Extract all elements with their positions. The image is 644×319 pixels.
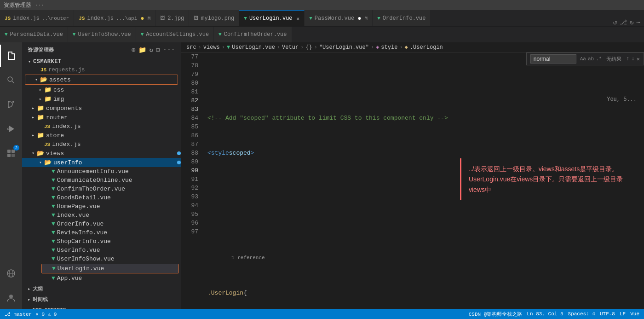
find-regex-icon[interactable]: .* xyxy=(596,56,602,62)
tab2-userinfo[interactable]: ▼ UserInfoShow.vue xyxy=(68,26,136,42)
tab-sublabel: ..\router xyxy=(42,16,69,21)
tab-index-router[interactable]: JS index.js ..\router xyxy=(0,10,74,26)
sidebar-item-orderinfo[interactable]: ▼ OrderInfo.vue xyxy=(22,220,181,228)
sidebar-item-homepage[interactable]: ▼ HomePage.vue xyxy=(22,202,181,211)
errors-count[interactable]: ✕ 0 ⚠ 0 xyxy=(35,311,57,317)
bc-src[interactable]: src xyxy=(186,44,196,51)
sidebar-item-userinfo[interactable]: ▾ 📂 userInfo xyxy=(22,158,181,167)
folder-icon: 📂 xyxy=(44,159,52,166)
tab-2jpg[interactable]: 🖼 2.jpg xyxy=(155,10,189,26)
status-language[interactable]: Vue xyxy=(630,311,639,317)
js-file-icon: JS xyxy=(44,124,50,129)
activity-git[interactable] xyxy=(0,93,22,116)
activity-extensions[interactable]: 2 xyxy=(0,142,22,164)
bc-name[interactable]: "UserLogin.vue" xyxy=(319,44,369,51)
tab-userlogin[interactable]: ▼ UserLogin.vue ✕ xyxy=(239,10,305,26)
sidebar-item-img[interactable]: ▸ 📁 img xyxy=(22,94,181,104)
code-line-82: .UserLogin { xyxy=(207,289,644,297)
sidebar-item-indexvue[interactable]: ▼ index.vue xyxy=(22,211,181,220)
sidebar-item-communicate[interactable]: ▼ CommunicateOnline.vue xyxy=(22,176,181,185)
sidebar-item-userinfoshow[interactable]: ▼ UserInfoShow.vue xyxy=(22,255,181,263)
vue-icon: ▼ xyxy=(244,16,247,21)
sidebar-item-store[interactable]: ▸ 📁 store xyxy=(22,131,181,140)
sidebar-item-shopcar[interactable]: ▼ ShopCarInfo.vue xyxy=(22,237,181,246)
sidebar-item-userinfovue[interactable]: ▼ UserInfo.vue xyxy=(22,246,181,255)
sidebar-item-assets[interactable]: ▾ 📂 assets xyxy=(25,75,178,85)
collapse-icon[interactable]: ⊟ xyxy=(156,46,160,54)
svg-rect-3 xyxy=(14,53,15,60)
tab-password[interactable]: ▼ PassWord.vue ● M xyxy=(305,10,373,26)
file-label: UserLogin.vue xyxy=(58,265,178,272)
code-line-78: <!-- Add "scoped" attribute to limit CSS… xyxy=(207,114,644,122)
sidebar-item-reviewinfo[interactable]: ▼ ReviewInfo.vue xyxy=(22,228,181,237)
sidebar-item-store-index[interactable]: JS index.js xyxy=(22,140,181,149)
find-input[interactable] xyxy=(530,54,576,64)
tab2-account[interactable]: ▼ AccountSettings.vue xyxy=(136,26,214,42)
sidebar-item-router-index[interactable]: JS index.js xyxy=(22,122,181,131)
activity-account[interactable] xyxy=(0,287,22,309)
tab-mylogo[interactable]: 🖼 mylogo.png xyxy=(189,10,239,26)
bc-obj[interactable]: {} xyxy=(305,44,312,51)
tab-close[interactable]: ✕ xyxy=(297,16,300,22)
sidebar-item-announcement[interactable]: ▼ AnnouncementInfo.vue xyxy=(22,167,181,176)
bc-file[interactable]: UserLogin.vue xyxy=(232,44,275,51)
title-bar-dots[interactable]: ··· xyxy=(35,2,44,8)
bc-style[interactable]: style xyxy=(381,44,397,51)
refresh-icon[interactable]: ↻ xyxy=(149,46,153,54)
branch-icon[interactable]: ⎇ xyxy=(620,18,627,26)
svg-rect-5 xyxy=(12,53,15,54)
sidebar-item-router[interactable]: ▸ 📁 router xyxy=(22,113,181,122)
tab2-confirm[interactable]: ▼ ConfirmTheOrder.vue xyxy=(214,26,292,42)
more-actions[interactable]: ⋯ xyxy=(637,18,640,26)
sidebar-item-views[interactable]: ▾ 📂 views xyxy=(22,149,181,158)
activity-remote[interactable] xyxy=(0,262,22,284)
status-encoding[interactable]: UTF-8 xyxy=(600,311,615,317)
sidebar-section-timeline[interactable]: ▸ 时间线 xyxy=(22,293,181,304)
outline-label: 大纲 xyxy=(33,285,43,292)
tab2-personal[interactable]: ▼ PersonalData.vue xyxy=(0,26,68,42)
sidebar-root[interactable]: ▾ CSMARKET xyxy=(22,58,181,66)
sidebar-item-requests[interactable]: JS requests.js xyxy=(22,66,181,74)
bc-sep: › xyxy=(399,44,402,51)
sidebar-item-css[interactable]: ▸ 📁 css xyxy=(22,85,181,94)
svg-point-21 xyxy=(9,295,13,298)
status-spaces[interactable]: Spaces: 4 xyxy=(568,311,595,317)
find-close-icon[interactable]: ✕ xyxy=(637,56,640,63)
find-case-icon[interactable]: Aa xyxy=(580,56,586,62)
undo-button[interactable]: ↺ xyxy=(613,18,617,26)
find-word-icon[interactable]: ab xyxy=(588,56,594,62)
bc-vetur[interactable]: Vetur xyxy=(282,44,299,51)
sidebar-item-goodsdetail[interactable]: ▼ GoodsDetail.vue xyxy=(22,193,181,202)
title-bar-text: 资源管理器 xyxy=(4,1,31,9)
modified-dot xyxy=(177,161,181,164)
tab-mark: M xyxy=(148,16,151,21)
activity-files[interactable] xyxy=(0,45,22,67)
new-file-icon[interactable]: ⊕ xyxy=(132,46,136,54)
status-ln-col[interactable]: Ln 83, Col 5 xyxy=(527,311,563,317)
activity-search[interactable] xyxy=(0,69,22,91)
annotation-text: ../表示返回上一级目录。views和assets是平级目录。UserLogin… xyxy=(469,165,623,193)
sidebar-item-appvue[interactable]: ▼ App.vue xyxy=(22,274,181,283)
bc-selector[interactable]: .UserLogin xyxy=(410,44,443,51)
bc-views[interactable]: views xyxy=(203,44,220,51)
sidebar-section-npm[interactable]: ▾ NPM SCRIPTS xyxy=(22,304,181,309)
sidebar-section-outline[interactable]: ▸ 大纲 xyxy=(22,283,181,293)
refresh-icon[interactable]: ↻ xyxy=(630,18,633,26)
sidebar-item-confirmtheorder[interactable]: ▼ ConfirmTheOrder.vue xyxy=(22,185,181,193)
sidebar-item-userlogin[interactable]: ▼ UserLogin.vue xyxy=(42,264,178,273)
git-branch[interactable]: ⎇ master xyxy=(5,311,32,317)
chevron-right-icon: ▸ xyxy=(37,87,44,93)
svg-marker-12 xyxy=(9,126,14,132)
status-eol[interactable]: LF xyxy=(620,311,626,317)
more-icon[interactable]: ··· xyxy=(163,46,175,54)
status-bar: ⎇ master ✕ 0 ⚠ 0 CSDN @架构师全栈之路 Ln 83, Co… xyxy=(0,309,644,319)
tab-orderinfo[interactable]: ▼ OrderInfo.vue xyxy=(373,10,431,26)
new-folder-icon[interactable]: 📁 xyxy=(138,46,147,54)
activity-run[interactable] xyxy=(0,118,22,140)
sidebar-header: 资源管理器 ⊕ 📁 ↻ ⊟ ··· xyxy=(22,42,181,58)
sidebar-item-components[interactable]: ▸ 📁 components xyxy=(22,104,181,113)
find-next-icon[interactable]: ↓ xyxy=(632,56,635,62)
find-prev-icon[interactable]: ↑ xyxy=(626,56,629,62)
tab-index-api[interactable]: JS index.js ...\api ● M xyxy=(74,10,155,26)
css-label: css xyxy=(53,87,181,93)
